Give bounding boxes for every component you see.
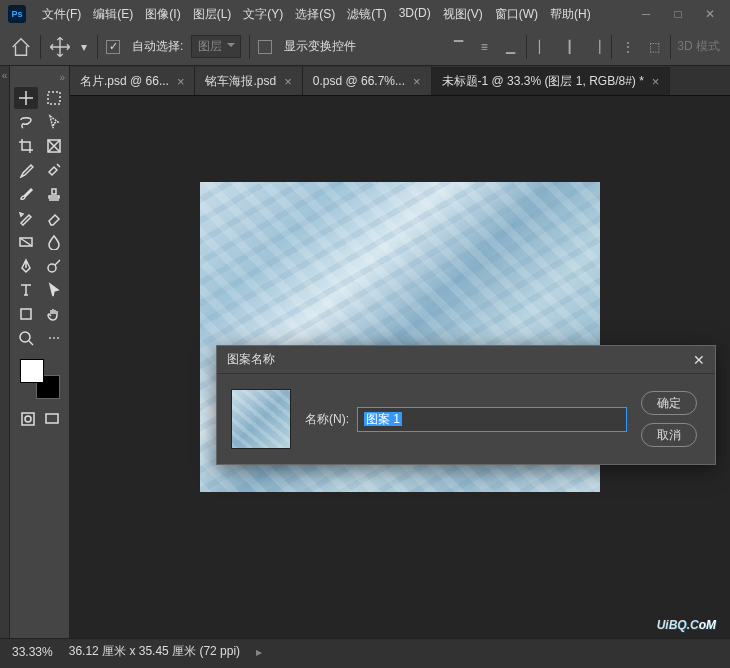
brush-tool[interactable] bbox=[14, 183, 38, 205]
tools-panel: » ⋯ bbox=[10, 66, 70, 638]
document-info: 36.12 厘米 x 35.45 厘米 (72 ppi) bbox=[69, 643, 240, 660]
menu-图像I[interactable]: 图像(I) bbox=[139, 2, 186, 27]
document-tab[interactable]: 铭车海报.psd× bbox=[195, 67, 302, 95]
home-icon[interactable] bbox=[10, 36, 32, 58]
maximize-button[interactable]: □ bbox=[666, 4, 690, 24]
svg-rect-4 bbox=[21, 309, 31, 319]
minimize-button[interactable]: ─ bbox=[634, 4, 658, 24]
window-controls: ─ □ ✕ bbox=[634, 4, 722, 24]
dialog-close-icon[interactable]: ✕ bbox=[693, 352, 705, 368]
move-tool-icon[interactable] bbox=[49, 36, 71, 58]
blur-tool[interactable] bbox=[42, 231, 66, 253]
healing-tool[interactable] bbox=[42, 159, 66, 181]
menu-bar: 文件(F)编辑(E)图像(I)图层(L)文字(Y)选择(S)滤镜(T)3D(D)… bbox=[36, 2, 597, 27]
menu-3DD[interactable]: 3D(D) bbox=[393, 2, 437, 27]
status-chevron-icon[interactable]: ▸ bbox=[256, 645, 262, 659]
document-tabs: 名片.psd @ 66...×铭车海报.psd×0.psd @ 66.7%...… bbox=[70, 66, 730, 96]
hand-tool[interactable] bbox=[42, 303, 66, 325]
panel-collapse-left[interactable]: « bbox=[0, 66, 10, 638]
menu-视图V[interactable]: 视图(V) bbox=[437, 2, 489, 27]
lasso-tool[interactable] bbox=[14, 111, 38, 133]
menu-窗口W[interactable]: 窗口(W) bbox=[489, 2, 544, 27]
pattern-thumbnail bbox=[231, 389, 291, 449]
gradient-tool[interactable] bbox=[14, 231, 38, 253]
status-bar: 33.33% 36.12 厘米 x 35.45 厘米 (72 ppi) ▸ bbox=[0, 638, 730, 664]
align-top-icon[interactable]: ▔ bbox=[448, 37, 468, 57]
svg-rect-0 bbox=[48, 92, 60, 104]
zoom-level[interactable]: 33.33% bbox=[12, 645, 53, 659]
svg-point-7 bbox=[25, 416, 31, 422]
frame-tool[interactable] bbox=[42, 135, 66, 157]
screen-mode-icon[interactable] bbox=[43, 411, 61, 427]
crop-tool[interactable] bbox=[14, 135, 38, 157]
app-logo: Ps bbox=[8, 5, 26, 23]
tab-close-icon[interactable]: × bbox=[413, 74, 421, 89]
document-tab[interactable]: 0.psd @ 66.7%...× bbox=[303, 67, 432, 95]
show-transform-label: 显示变换控件 bbox=[284, 38, 356, 55]
stamp-tool[interactable] bbox=[42, 183, 66, 205]
align-hcenter-icon[interactable]: ┃ bbox=[559, 37, 579, 57]
svg-rect-8 bbox=[46, 414, 58, 423]
align-left-icon[interactable]: ▏ bbox=[533, 37, 553, 57]
type-tool[interactable] bbox=[14, 279, 38, 301]
color-swatches[interactable] bbox=[20, 359, 60, 399]
dialog-title: 图案名称 bbox=[227, 351, 275, 368]
more-tools[interactable]: ⋯ bbox=[42, 327, 66, 349]
close-button[interactable]: ✕ bbox=[698, 4, 722, 24]
eraser-tool[interactable] bbox=[42, 207, 66, 229]
tab-close-icon[interactable]: × bbox=[284, 74, 292, 89]
tab-close-icon[interactable]: × bbox=[652, 74, 660, 89]
menu-编辑E[interactable]: 编辑(E) bbox=[87, 2, 139, 27]
ok-button[interactable]: 确定 bbox=[641, 391, 697, 415]
auto-select-dropdown[interactable]: 图层 bbox=[191, 35, 241, 58]
show-transform-checkbox[interactable] bbox=[258, 40, 272, 54]
align-vcenter-icon[interactable]: ≡ bbox=[474, 37, 494, 57]
auto-select-label: 自动选择: bbox=[132, 38, 183, 55]
eyedropper-tool[interactable] bbox=[14, 159, 38, 181]
zoom-tool[interactable] bbox=[14, 327, 38, 349]
svg-rect-6 bbox=[22, 413, 34, 425]
quick-select-tool[interactable] bbox=[42, 111, 66, 133]
svg-point-3 bbox=[48, 264, 56, 272]
name-field-label: 名称(N): bbox=[305, 411, 349, 428]
options-bar: ▾ 自动选择: 图层 显示变换控件 ▔ ≡ ▁ ▏ ┃ ▕ ⋮ ⬚ 3D 模式 bbox=[0, 28, 730, 66]
menu-文件F[interactable]: 文件(F) bbox=[36, 2, 87, 27]
auto-select-checkbox[interactable] bbox=[106, 40, 120, 54]
document-tab[interactable]: 名片.psd @ 66...× bbox=[70, 67, 195, 95]
3d-mode-label: 3D 模式 bbox=[677, 38, 720, 55]
pattern-name-input[interactable]: 图案 1 bbox=[357, 407, 627, 432]
tools-collapse-icon[interactable]: » bbox=[59, 72, 65, 83]
svg-point-5 bbox=[20, 332, 30, 342]
title-bar: Ps 文件(F)编辑(E)图像(I)图层(L)文字(Y)选择(S)滤镜(T)3D… bbox=[0, 0, 730, 28]
align-bottom-icon[interactable]: ▁ bbox=[500, 37, 520, 57]
dodge-tool[interactable] bbox=[42, 255, 66, 277]
quick-mask-icon[interactable] bbox=[19, 411, 37, 427]
shape-tool[interactable] bbox=[14, 303, 38, 325]
distribute-icon[interactable]: ⋮ bbox=[618, 37, 638, 57]
menu-选择S[interactable]: 选择(S) bbox=[289, 2, 341, 27]
align-right-icon[interactable]: ▕ bbox=[585, 37, 605, 57]
3d-icon[interactable]: ⬚ bbox=[644, 37, 664, 57]
chevron-down-icon[interactable]: ▾ bbox=[79, 36, 89, 58]
menu-帮助H[interactable]: 帮助(H) bbox=[544, 2, 597, 27]
marquee-tool[interactable] bbox=[42, 87, 66, 109]
pattern-name-dialog: 图案名称 ✕ 名称(N): 图案 1 确定 取消 bbox=[216, 345, 716, 465]
menu-文字Y[interactable]: 文字(Y) bbox=[237, 2, 289, 27]
foreground-color-swatch[interactable] bbox=[20, 359, 44, 383]
move-tool[interactable] bbox=[14, 87, 38, 109]
menu-滤镜T[interactable]: 滤镜(T) bbox=[341, 2, 392, 27]
watermark: UiBQ.CoM bbox=[657, 611, 716, 634]
path-select-tool[interactable] bbox=[42, 279, 66, 301]
pen-tool[interactable] bbox=[14, 255, 38, 277]
document-tab[interactable]: 未标题-1 @ 33.3% (图层 1, RGB/8#) *× bbox=[432, 67, 671, 95]
cancel-button[interactable]: 取消 bbox=[641, 423, 697, 447]
menu-图层L[interactable]: 图层(L) bbox=[187, 2, 238, 27]
tab-close-icon[interactable]: × bbox=[177, 74, 185, 89]
history-brush-tool[interactable] bbox=[14, 207, 38, 229]
